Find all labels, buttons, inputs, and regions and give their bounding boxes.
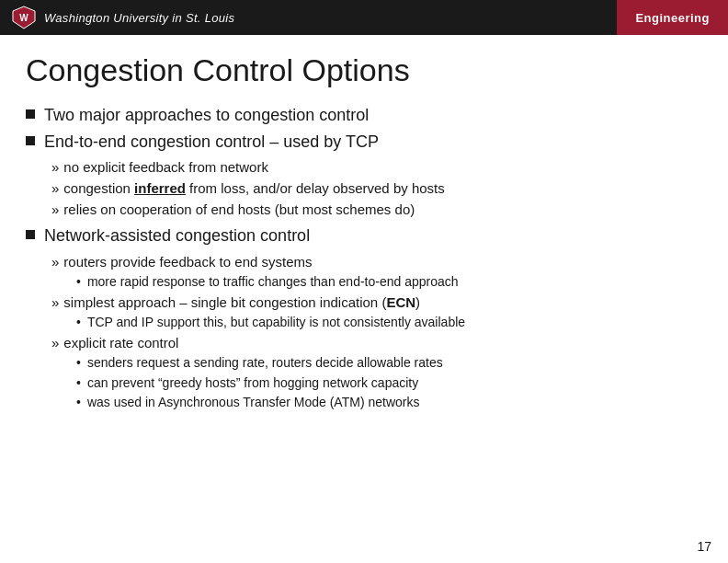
sub-bullet-3-1: » routers provide feedback to end system…	[51, 252, 702, 272]
wu-logo: W Washington University in St. Louis	[11, 5, 234, 30]
arrow-icon: »	[51, 157, 59, 178]
sub-sub-bullet-3-3-3: • was used in Asynchronous Transfer Mode…	[76, 393, 702, 411]
bullet-3-text: Network-assisted congestion control	[44, 224, 310, 247]
bullet-2-text: End-to-end congestion control – used by …	[44, 131, 379, 154]
bullet-3: Network-assisted congestion control	[26, 224, 702, 247]
sub-sub-bullet-3-3-2: • can prevent “greedy hosts” from hoggin…	[76, 373, 702, 392]
slide-content: Congestion Control Options Two major app…	[0, 35, 728, 563]
dot-icon: •	[76, 373, 81, 392]
bullet-square-icon	[26, 230, 35, 239]
dot-icon: •	[76, 353, 81, 372]
bullet-1-text: Two major approaches to congestion contr…	[44, 104, 369, 127]
dot-icon: •	[76, 313, 81, 331]
slide-number: 17	[697, 539, 711, 554]
university-name: Washington University in St. Louis	[44, 11, 234, 25]
sub-sub-bullet-3-1-1: • more rapid response to traffic changes…	[76, 272, 702, 291]
wu-shield-icon: W	[11, 5, 37, 30]
sub-bullet-3-3: » explicit rate control	[51, 333, 702, 353]
sub-bullet-2-2: » congestion inferred from loss, and/or …	[51, 178, 702, 199]
arrow-icon: »	[51, 293, 59, 313]
arrow-icon: »	[51, 333, 59, 353]
bullet-square-icon	[26, 109, 35, 119]
sub-sub-bullet-3-2-1: • TCP and IP support this, but capabilit…	[76, 313, 702, 331]
arrow-icon: »	[51, 252, 59, 272]
arrow-icon: »	[51, 200, 59, 220]
sub-bullet-2-1: » no explicit feedback from network	[51, 157, 702, 178]
svg-text:W: W	[19, 13, 28, 23]
arrow-icon: »	[51, 178, 59, 199]
dot-icon: •	[76, 393, 81, 411]
sub-bullet-2-3: » relies on cooperation of end hosts (bu…	[51, 200, 702, 220]
bullet-square-icon	[26, 136, 35, 145]
header-bar: W Washington University in St. Louis Eng…	[0, 0, 728, 35]
slide-title: Congestion Control Options	[26, 52, 702, 89]
dot-icon: •	[76, 272, 81, 291]
bullet-2: End-to-end congestion control – used by …	[26, 131, 702, 154]
bullet-1: Two major approaches to congestion contr…	[26, 104, 702, 127]
engineering-badge: Engineering	[617, 0, 728, 35]
sub-sub-bullet-3-3-1: • senders request a sending rate, router…	[76, 353, 702, 372]
sub-bullet-3-2: » simplest approach – single bit congest…	[51, 293, 702, 313]
